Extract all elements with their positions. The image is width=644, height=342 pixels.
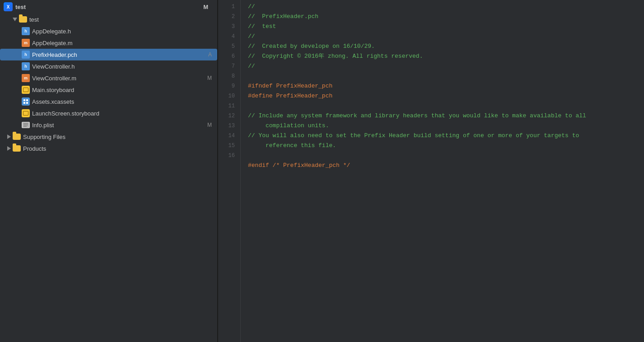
- filename-appdelegate-m: AppDelegate.m: [32, 40, 73, 46]
- code-line-11: [248, 101, 644, 111]
- line-number-16: 16: [229, 151, 235, 161]
- h-file-icon-2: h: [22, 62, 30, 70]
- code-line-10: #define PrefixHeader_pch: [248, 91, 644, 101]
- filename-info-plist: Info.plist: [32, 122, 54, 129]
- code-editor: 1 2 3 4 5 6 7 8 9 10 11 12 13 14 15 16 /…: [218, 0, 644, 342]
- filename-main-storyboard: Main.storyboard: [32, 87, 74, 93]
- folder-icon-2: [13, 134, 21, 140]
- code-line-2: // PrefixHeader.pch: [248, 12, 644, 22]
- group-test-label: test: [29, 16, 39, 23]
- line-number-10: 10: [229, 91, 235, 101]
- line-number-5: 5: [232, 42, 235, 51]
- m-file-icon: m: [22, 39, 30, 47]
- svg-rect-2: [23, 102, 25, 104]
- code-content[interactable]: // // PrefixHeader.pch // test // // Cre…: [241, 0, 644, 342]
- code-line-15: #endif /* PrefixHeader_pch */: [248, 161, 644, 171]
- code-line-5: // Created by develope on 16/10/29.: [248, 42, 644, 51]
- line-number-14: 14: [229, 131, 235, 141]
- code-line-8: [248, 71, 644, 81]
- xcassets-icon: [22, 97, 30, 106]
- collapse-arrow-icon-2: [7, 146, 11, 151]
- xcode-project-icon: X: [4, 2, 13, 11]
- code-line-1: //: [248, 2, 644, 12]
- code-line-12a: // Include any system framework and libr…: [248, 111, 644, 121]
- file-appdelegate-m[interactable]: m AppDelegate.m: [0, 37, 217, 49]
- storyboard-icon: [22, 86, 30, 94]
- line-number-12: 12: [229, 111, 235, 121]
- expand-arrow-icon: [13, 18, 17, 21]
- file-viewcontroller-h[interactable]: h ViewController.h: [0, 60, 217, 72]
- line-number-9: 9: [232, 81, 235, 91]
- line-number-15: 15: [229, 141, 235, 151]
- filename-viewcontroller-m: ViewController.m: [32, 75, 76, 82]
- line-number-11: 11: [229, 101, 235, 111]
- collapse-arrow-icon: [7, 134, 11, 139]
- line-number-13: 13: [229, 121, 235, 131]
- line-numbers-gutter: 1 2 3 4 5 6 7 8 9 10 11 12 13 14 15 16: [218, 0, 241, 342]
- folder-icon: [19, 16, 27, 23]
- filename-assets-xcassets: Assets.xcassets: [32, 98, 74, 105]
- info-plist-badge: M: [207, 122, 212, 128]
- line-number-3: 3: [232, 22, 235, 32]
- group-supporting-files[interactable]: Supporting Files: [0, 131, 217, 143]
- storyboard-icon-2: [22, 109, 30, 117]
- code-line-13a: // You will also need to set the Prefix …: [248, 131, 644, 141]
- code-line-12b: compilation units.: [248, 121, 644, 131]
- file-assets-xcassets[interactable]: Assets.xcassets: [0, 96, 217, 107]
- project-root-item[interactable]: X test M: [0, 0, 217, 14]
- file-main-storyboard[interactable]: Main.storyboard: [0, 84, 217, 96]
- file-viewcontroller-m[interactable]: m ViewController.m M: [0, 72, 217, 84]
- svg-rect-1: [26, 99, 28, 101]
- line-number-6: 6: [232, 51, 235, 61]
- code-line-13b: reference this file.: [248, 141, 644, 151]
- project-badge: M: [203, 4, 208, 10]
- file-launchscreen-storyboard[interactable]: LaunchScreen.storyboard: [0, 107, 217, 119]
- code-line-14: [248, 151, 644, 161]
- svg-rect-3: [26, 102, 28, 104]
- filename-launchscreen-storyboard: LaunchScreen.storyboard: [32, 110, 99, 117]
- group-products[interactable]: Products: [0, 143, 217, 154]
- viewcontroller-m-badge: M: [207, 75, 212, 81]
- line-number-4: 4: [232, 32, 235, 42]
- m-file-icon-2: m: [22, 74, 30, 82]
- code-line-3: // test: [248, 22, 644, 32]
- file-appdelegate-h[interactable]: h AppDelegate.h: [0, 25, 217, 37]
- line-number-2: 2: [232, 12, 235, 22]
- code-line-9: #ifndef PrefixHeader_pch: [248, 81, 644, 91]
- line-number-1: 1: [232, 2, 235, 12]
- code-line-4: //: [248, 32, 644, 42]
- code-line-6: // Copyright © 2016年 zhong. All rights r…: [248, 51, 644, 61]
- line-number-7: 7: [232, 61, 235, 71]
- code-line-16: [248, 171, 644, 180]
- filename-prefixheader-pch: PrefixHeader.pch: [32, 51, 77, 58]
- group-supporting-files-label: Supporting Files: [23, 134, 65, 140]
- folder-icon-3: [13, 145, 21, 152]
- filename-appdelegate-h: AppDelegate.h: [32, 28, 71, 35]
- h-file-icon: h: [22, 27, 30, 35]
- code-line-7: //: [248, 61, 644, 71]
- line-number-8: 8: [232, 71, 235, 81]
- pch-badge: A: [208, 51, 212, 58]
- file-info-plist[interactable]: Info.plist M: [0, 119, 217, 131]
- plist-icon: [22, 122, 30, 128]
- pch-file-icon: h: [22, 51, 30, 59]
- project-name: test: [15, 4, 26, 10]
- file-prefixheader-pch[interactable]: h PrefixHeader.pch A: [0, 49, 217, 60]
- svg-rect-0: [23, 99, 25, 101]
- file-navigator: X test M test h AppDelegate.h m AppDeleg…: [0, 0, 218, 342]
- filename-viewcontroller-h: ViewController.h: [32, 63, 75, 70]
- group-test[interactable]: test: [0, 14, 217, 25]
- group-products-label: Products: [23, 145, 46, 152]
